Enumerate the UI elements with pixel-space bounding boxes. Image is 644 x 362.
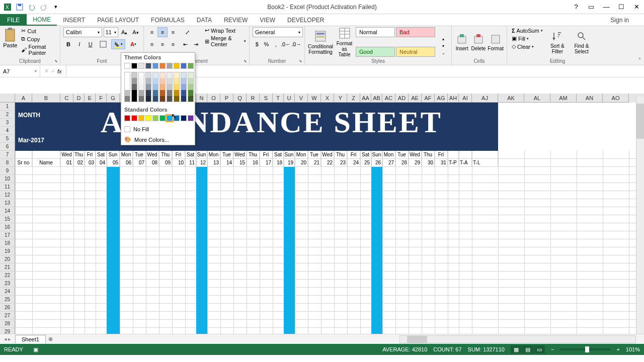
day-header-cell[interactable] — [448, 151, 459, 159]
row-header-26[interactable]: 26 — [0, 304, 15, 312]
sheet-nav-first[interactable]: ◂ — [4, 336, 7, 342]
shade-swatch[interactable] — [167, 96, 173, 102]
date-header-cell[interactable]: 25 — [360, 159, 371, 167]
shade-swatch[interactable] — [159, 78, 166, 84]
row-header-2[interactable]: 2 — [0, 111, 15, 119]
shade-swatch[interactable] — [159, 90, 166, 96]
day-header-cell[interactable]: Wed — [146, 151, 159, 159]
add-sheet-button[interactable]: ⊕ — [46, 335, 56, 344]
theme-swatch[interactable] — [138, 63, 144, 69]
theme-swatch[interactable] — [131, 63, 137, 69]
align-center-button[interactable]: ≡ — [157, 39, 168, 49]
zoom-slider[interactable] — [560, 348, 610, 350]
shade-swatch[interactable] — [188, 90, 194, 96]
row-header-23[interactable]: 23 — [0, 280, 15, 288]
qat-customize-icon[interactable]: ▾ — [50, 2, 61, 13]
fill-color-button[interactable]: ▾ — [111, 39, 125, 49]
shade-swatch[interactable] — [188, 78, 194, 84]
shade-swatch[interactable] — [124, 78, 130, 84]
shade-swatch[interactable] — [152, 90, 158, 96]
row-header-21[interactable]: 21 — [0, 263, 15, 272]
date-header-cell[interactable]: 03 — [85, 159, 96, 167]
shade-swatch[interactable] — [138, 90, 144, 96]
standard-swatch[interactable] — [138, 115, 144, 121]
day-header-cell[interactable]: Thu — [247, 151, 260, 159]
date-header-cell[interactable]: 30 — [422, 159, 435, 167]
day-header-cell[interactable]: Thu — [73, 151, 85, 159]
comma-format-button[interactable]: , — [271, 39, 280, 49]
number-format-combo[interactable]: General▾ — [253, 27, 303, 37]
day-header-cell[interactable]: Fri — [85, 151, 96, 159]
name-box[interactable]: A7▾ — [0, 65, 40, 77]
align-bottom-button[interactable]: ≡ — [168, 27, 178, 37]
date-header-cell[interactable]: Sr no — [15, 159, 32, 167]
day-header-cell[interactable]: Fri — [435, 151, 448, 159]
col-header-AM[interactable]: AM — [550, 94, 577, 103]
shade-swatch[interactable] — [159, 72, 166, 78]
number-dialog-launcher[interactable]: ⬊ — [299, 59, 302, 63]
row-header-3[interactable]: 3 — [0, 119, 15, 127]
shade-swatch[interactable] — [145, 96, 151, 102]
format-cells-button[interactable]: Format — [488, 27, 504, 57]
collapse-ribbon-button[interactable]: ˄ — [638, 57, 641, 63]
styles-up-button[interactable]: ▴ — [438, 36, 448, 43]
col-header-T[interactable]: T — [273, 94, 284, 103]
date-header-cell[interactable]: 18 — [273, 159, 284, 167]
shade-swatch[interactable] — [181, 78, 187, 84]
col-header-AN[interactable]: AN — [577, 94, 603, 103]
day-header-cell[interactable]: Sun — [196, 151, 207, 159]
day-header-cell[interactable]: Sat — [185, 151, 196, 159]
col-header-AL[interactable]: AL — [524, 94, 550, 103]
vertical-scrollbar[interactable] — [636, 97, 644, 341]
col-header-Z[interactable]: Z — [347, 94, 360, 103]
theme-swatch[interactable] — [159, 63, 166, 69]
date-header-cell[interactable]: 13 — [207, 159, 220, 167]
shade-swatch[interactable] — [138, 96, 144, 102]
row-header-11[interactable]: 11 — [0, 183, 15, 191]
day-header-cell[interactable]: Tue — [220, 151, 233, 159]
row-header-7[interactable]: 7 — [0, 151, 15, 159]
date-header-cell[interactable]: 27 — [382, 159, 395, 167]
style-neutral[interactable]: Neutral — [396, 47, 435, 57]
col-header-X[interactable]: X — [321, 94, 334, 103]
fill-button[interactable]: ▣Fill▾ — [510, 35, 544, 42]
page-break-view-button[interactable]: ▭ — [534, 345, 545, 353]
standard-swatch[interactable] — [181, 115, 187, 121]
enter-formula-button[interactable]: ✓ — [51, 68, 55, 74]
horizontal-scrollbar[interactable] — [399, 335, 636, 343]
shade-swatch[interactable] — [138, 72, 144, 78]
date-header-cell[interactable]: 14 — [220, 159, 233, 167]
tab-developer[interactable]: DEVELOPER — [281, 14, 330, 26]
row-header-18[interactable]: 18 — [0, 239, 15, 247]
zoom-out-button[interactable]: − — [551, 346, 554, 352]
shade-swatch[interactable] — [167, 90, 173, 96]
no-fill-button[interactable]: No Fill — [121, 124, 195, 134]
row-header-5[interactable]: 5 — [0, 135, 15, 143]
maximize-icon[interactable]: ☐ — [614, 2, 629, 13]
col-header-AF[interactable]: AF — [422, 94, 435, 103]
date-header-cell[interactable]: 26 — [371, 159, 382, 167]
shade-swatch[interactable] — [138, 78, 144, 84]
col-header-R[interactable]: R — [247, 94, 260, 103]
day-header-cell[interactable]: Mon — [295, 151, 308, 159]
align-top-button[interactable]: ≡ — [147, 27, 157, 37]
date-header-cell[interactable]: 16 — [247, 159, 260, 167]
day-header-cell[interactable]: Wed — [409, 151, 422, 159]
shade-swatch[interactable] — [152, 84, 158, 90]
standard-swatch[interactable] — [188, 115, 194, 121]
standard-swatch[interactable] — [167, 115, 173, 121]
date-header-cell[interactable]: 11 — [185, 159, 196, 167]
date-header-cell[interactable]: 05 — [107, 159, 120, 167]
help-icon[interactable]: ? — [569, 2, 584, 13]
col-header-D[interactable]: D — [73, 94, 85, 103]
copy-button[interactable]: ⧉Copy — [20, 35, 57, 43]
tab-formulas[interactable]: FORMULAS — [145, 14, 191, 26]
day-header-cell[interactable]: Sat — [273, 151, 284, 159]
date-header-cell[interactable]: 01 — [60, 159, 73, 167]
shade-swatch[interactable] — [145, 72, 151, 78]
row-header-10[interactable]: 10 — [0, 175, 15, 183]
shade-swatch[interactable] — [174, 90, 180, 96]
shade-swatch[interactable] — [131, 72, 137, 78]
shade-swatch[interactable] — [124, 90, 130, 96]
date-header-cell[interactable]: T-L — [472, 159, 498, 167]
